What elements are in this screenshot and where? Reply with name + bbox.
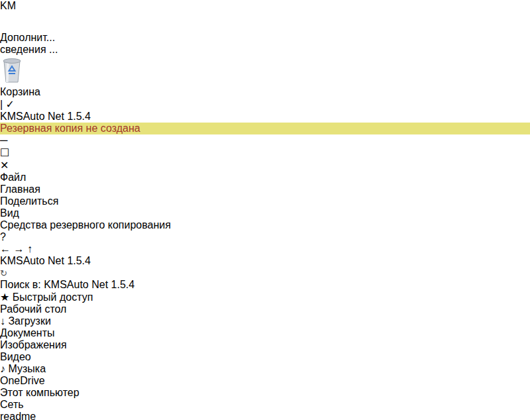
tab-share[interactable]: Поделиться <box>0 195 530 207</box>
forward-button[interactable]: → <box>13 243 24 254</box>
tab-file[interactable]: Файл <box>0 172 530 184</box>
minimize-button[interactable]: ─ <box>0 134 530 146</box>
close-button[interactable]: ✕ <box>0 159 530 172</box>
back-button[interactable]: ← <box>0 243 11 254</box>
sidebar-item-quick-access[interactable]: ★ Быстрый доступ <box>0 291 530 303</box>
tab-view[interactable]: Вид <box>0 207 530 219</box>
sidebar-item-desktop[interactable]: Рабочий стол <box>0 303 530 315</box>
image-placeholder-icon <box>0 12 530 32</box>
sidebar-item-this-pc[interactable]: Этот компьютер <box>0 387 530 399</box>
quick-access-toolbar: | ✓ <box>0 98 530 111</box>
sidebar-item-music[interactable]: ♪ Музыка <box>0 363 530 375</box>
refresh-icon[interactable]: ↻ <box>0 268 7 278</box>
desktop: KM Дополнит... сведения ... Корзина <box>0 0 530 420</box>
search-placeholder: Поиск в: KMSAuto Net 1.5.4 <box>0 279 134 290</box>
sidebar-item-pictures[interactable]: Изображения <box>0 339 530 351</box>
help-icon[interactable]: ? <box>0 231 6 242</box>
desktop-icon-recycle-bin[interactable]: Корзина <box>0 56 530 98</box>
desktop-icon-kmsauto-partial-label[interactable]: KM <box>0 0 530 12</box>
separator: | <box>0 99 3 110</box>
address-bar-row: ← → ↑ KMSAuto Net 1.5.4 ↻ Поиск в: KMSAu… <box>0 243 530 291</box>
window-controls: ─ ☐ ✕ <box>0 134 530 172</box>
recycle-bin-icon <box>0 56 24 83</box>
ribbon-tab-row: Файл Главная Поделиться Вид Средства рез… <box>0 172 530 243</box>
desktop-icon-info-shortcut[interactable]: Дополнит... сведения ... <box>0 12 530 56</box>
music-note-icon: ♪ <box>0 363 5 374</box>
maximize-button[interactable]: ☐ <box>0 146 530 159</box>
address-bar[interactable]: KMSAuto Net 1.5.4 <box>0 255 530 267</box>
sidebar-item-documents[interactable]: Документы <box>0 327 530 339</box>
file-list-area[interactable]: readme M KMSAuto Net <box>0 411 530 420</box>
explorer-window: | ✓ KMSAuto Net 1.5.4 Резервная копия не… <box>0 98 530 420</box>
download-arrow-icon: ↓ <box>0 315 5 327</box>
backup-warning-banner[interactable]: Резервная копия не создана <box>0 123 530 134</box>
file-item-readme[interactable]: readme <box>0 411 530 420</box>
properties-check-icon[interactable]: ✓ <box>6 99 15 110</box>
desktop-icon-label: Дополнит... сведения ... <box>0 32 530 56</box>
up-button[interactable]: ↑ <box>27 243 32 254</box>
window-title: KMSAuto Net 1.5.4 <box>0 111 91 122</box>
tab-home[interactable]: Главная <box>0 184 530 195</box>
star-icon: ★ <box>0 291 9 303</box>
navigation-pane: ★ Быстрый доступ Рабочий стол ↓ Загрузки… <box>0 291 530 411</box>
file-name: readme <box>0 411 530 420</box>
sidebar-item-downloads[interactable]: ↓ Загрузки <box>0 315 530 327</box>
sidebar-item-videos[interactable]: Видео <box>0 351 530 363</box>
explorer-search-input[interactable]: Поиск в: KMSAuto Net 1.5.4 <box>0 279 530 291</box>
tab-backup-tools[interactable]: Средства резервного копирования <box>0 219 530 231</box>
sidebar-item-onedrive[interactable]: OneDrive <box>0 375 530 387</box>
sidebar-item-network[interactable]: Сеть <box>0 399 530 411</box>
recycle-bin-label: Корзина <box>0 86 530 98</box>
breadcrumb-path[interactable]: KMSAuto Net 1.5.4 <box>0 255 91 266</box>
explorer-titlebar[interactable]: | ✓ KMSAuto Net 1.5.4 Резервная копия не… <box>0 98 530 172</box>
